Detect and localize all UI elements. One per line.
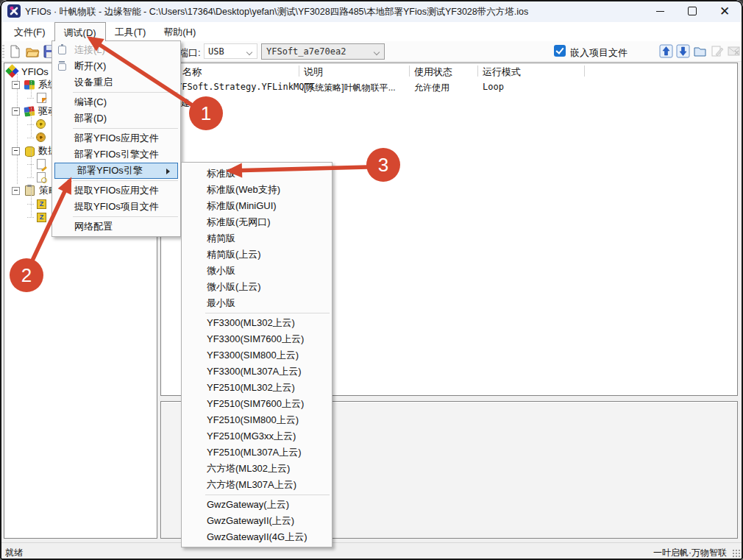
engine-submenu-item-7[interactable]: 微小版 <box>182 263 332 279</box>
cell-desc: [系统策略]叶帆物联平... <box>304 82 396 94</box>
engine-submenu-item-19[interactable]: YF2510(ML307A上云) <box>182 444 332 461</box>
maximize-icon[interactable] <box>680 0 705 22</box>
engine-submenu-item-14[interactable]: YF3300(ML307A上云) <box>182 364 332 380</box>
embed-project-checkbox[interactable] <box>554 45 566 57</box>
debug-menu: 连接(L)断开(X)设备重启编译(C)部署(D)部署YFIOs应用文件部署YFI… <box>51 40 181 237</box>
upload-icon[interactable] <box>659 44 673 58</box>
engine-submenu-item-12[interactable]: YF3300(SIM7600上云) <box>182 331 332 347</box>
tree-connector <box>31 147 32 177</box>
debug-menu-item-2[interactable]: 断开(X) <box>52 58 180 74</box>
engine-submenu-item-label: GwzGatewayII(上云) <box>207 514 294 528</box>
debug-menu-item-10[interactable]: 部署YFIOs引擎 <box>54 163 178 179</box>
table-row[interactable]: 新建... <box>161 95 737 110</box>
engine-submenu-item-5[interactable]: 精简版 <box>182 230 332 247</box>
toolbar-grip[interactable] <box>2 45 4 58</box>
strategy-z-icon <box>37 213 46 222</box>
column-header[interactable]: 说明 <box>304 65 323 79</box>
strategy-z-icon <box>37 199 46 209</box>
debug-menu-item-9[interactable]: 部署YFIOs引擎文件 <box>52 146 180 163</box>
engine-submenu-item-label: 精简版 <box>207 232 235 245</box>
engine-submenu-item-15[interactable]: YF2510(ML302上云) <box>182 380 332 396</box>
app-window: YFIOs · 叶帆物联 - 边缘智能 - C:\Users\17364\Des… <box>0 0 743 560</box>
column-header[interactable]: 运行模式 <box>483 65 521 79</box>
toolbar-right-icons <box>659 44 741 58</box>
menubar-item-2[interactable]: 调试(D) <box>54 22 106 41</box>
step-2-badge: 2 <box>10 258 43 292</box>
engine-submenu: 标准版标准版(Web支持)标准版(MiniGUI)标准版(无网口)精简版精简版(… <box>181 162 333 547</box>
engine-submenu-item-label: YF2510(SIM800上云) <box>207 414 299 427</box>
menubar-item-4[interactable]: 帮助(H) <box>154 22 205 41</box>
column-header[interactable]: 使用状态 <box>414 65 452 79</box>
engine-submenu-item-20[interactable]: 六方塔(ML302上云) <box>182 461 332 477</box>
engine-submenu-item-label: 精简版(上云) <box>207 248 261 261</box>
engine-submenu-item-label: YF3300(SIM800上云) <box>207 349 299 362</box>
debug-menu-item-label: 部署(D) <box>74 112 107 125</box>
close-icon[interactable]: ✕ <box>712 0 737 22</box>
engine-submenu-item-label: YF3300(ML302上云) <box>207 316 295 330</box>
disconnect-device-icon <box>57 60 68 71</box>
device-select[interactable]: YFSoft_a7e70ea2 <box>261 43 385 60</box>
system-icon <box>24 80 35 90</box>
engine-submenu-item-18[interactable]: YF2510(MG3xx上云) <box>182 428 332 444</box>
engine-submenu-item-3[interactable]: 标准版(MiniGUI) <box>182 198 332 214</box>
engine-submenu-item-label: 微小版 <box>207 264 235 277</box>
engine-submenu-item-label: YF3300(SIM7600上云) <box>207 333 304 346</box>
folder-icon[interactable] <box>693 44 707 58</box>
chevron-down-icon <box>374 50 380 55</box>
engine-submenu-item-label: 最小版 <box>207 297 235 310</box>
engine-submenu-item-label: YF2510(ML307A上云) <box>207 446 302 459</box>
cell-status: 允许使用 <box>414 82 449 94</box>
engine-submenu-item-16[interactable]: YF2510(SIM7600上云) <box>182 396 332 412</box>
column-separator <box>409 65 410 77</box>
engine-submenu-item-1[interactable]: 标准版 <box>182 166 332 182</box>
engine-submenu-item-label: YF2510(MG3xx上云) <box>207 430 296 443</box>
engine-submenu-item-4[interactable]: 标准版(无网口) <box>182 214 332 230</box>
engine-submenu-item-23[interactable]: GwzGateway(上云) <box>182 497 332 513</box>
port-select[interactable]: USB <box>204 43 257 59</box>
strategy-icon <box>25 185 35 196</box>
engine-submenu-item-2[interactable]: 标准版(Web支持) <box>182 182 332 198</box>
debug-menu-item-1[interactable]: 连接(L) <box>52 42 180 58</box>
expand-toggle[interactable] <box>12 147 20 155</box>
doc-pencil-icon <box>37 159 46 169</box>
statusbar: 就绪 一叶启帆·万物智联 <box>0 542 743 560</box>
engine-submenu-item-11[interactable]: YF3300(ML302上云) <box>182 315 332 331</box>
debug-menu-item-5[interactable]: 编译(C) <box>52 94 180 110</box>
debug-menu-item-13[interactable]: 提取YFIOs项目文件 <box>52 199 180 215</box>
debug-menu-item-12[interactable]: 提取YFIOs应用文件 <box>52 182 180 199</box>
port-value: USB <box>208 46 224 57</box>
debug-menu-item-15[interactable]: 网络配置 <box>52 219 180 235</box>
debug-menu-item-8[interactable]: 部署YFIOs应用文件 <box>52 130 180 146</box>
engine-submenu-item-label: YF2510(ML302上云) <box>207 381 295 394</box>
column-separator <box>477 65 478 77</box>
debug-menu-item-label: 网络配置 <box>74 220 113 233</box>
expand-toggle[interactable] <box>12 187 20 195</box>
engine-submenu-item-25[interactable]: GwzGatewayII(4G上云) <box>182 529 332 545</box>
expand-toggle[interactable] <box>12 107 20 116</box>
open-folder-icon[interactable] <box>25 44 40 59</box>
download-icon[interactable] <box>676 44 690 58</box>
column-header[interactable]: 名称 <box>182 65 202 79</box>
engine-submenu-item-8[interactable]: 微小版(上云) <box>182 279 332 295</box>
debug-menu-item-label: 部署YFIOs应用文件 <box>74 132 159 145</box>
resize-grip-icon[interactable] <box>732 549 741 558</box>
engine-submenu-item-17[interactable]: YF2510(SIM800上云) <box>182 412 332 428</box>
tree-connector <box>31 107 32 137</box>
menubar-item-3[interactable]: 工具(T) <box>106 22 155 41</box>
engine-submenu-item-9[interactable]: 最小版 <box>182 295 332 311</box>
debug-menu-item-6[interactable]: 部署(D) <box>52 110 180 127</box>
driver-icon <box>24 106 35 117</box>
engine-submenu-item-6[interactable]: 精简版(上云) <box>182 247 332 263</box>
column-separator <box>584 65 585 77</box>
debug-menu-item-3[interactable]: 设备重启 <box>52 74 180 91</box>
new-file-icon[interactable] <box>7 44 22 59</box>
engine-submenu-item-21[interactable]: 六方塔(ML307A上云) <box>182 477 332 493</box>
minimize-icon[interactable] <box>647 0 672 22</box>
engine-submenu-item-24[interactable]: GwzGatewayII(上云) <box>182 513 332 529</box>
list-header: 名称说明使用状态运行模式 <box>161 63 737 79</box>
menubar-item-1[interactable]: 文件(F) <box>5 22 54 41</box>
table-row[interactable]: YFSoft.Strategy.YFLinkMQTT[系统策略]叶帆物联平...… <box>161 79 737 95</box>
expand-toggle[interactable] <box>12 81 20 89</box>
chevron-down-icon <box>247 50 252 55</box>
engine-submenu-item-13[interactable]: YF3300(SIM800上云) <box>182 347 332 364</box>
